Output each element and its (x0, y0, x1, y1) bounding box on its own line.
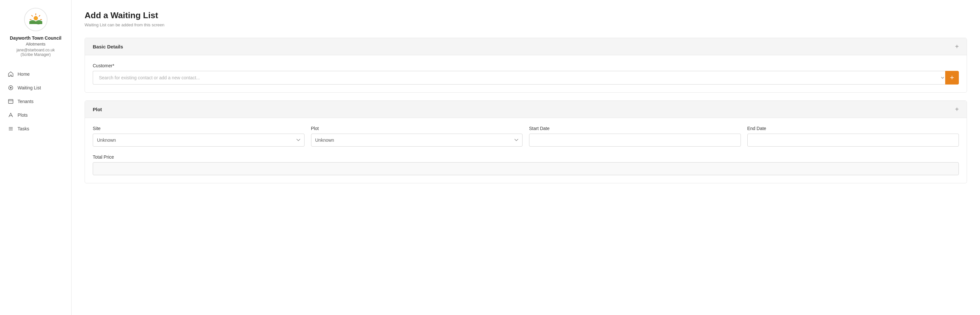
svg-point-5 (34, 16, 38, 20)
user-role: (Scribe Manager) (21, 52, 51, 57)
basic-details-header: Basic Details + (85, 38, 967, 55)
plot-label: Plot (311, 126, 523, 131)
logo-icon (27, 11, 45, 28)
customer-label: Customer* (93, 63, 959, 68)
plot-expand-button[interactable]: + (955, 106, 959, 112)
plot-grid: Site Unknown Plot Unknown Start Date End… (93, 126, 959, 147)
sidebar-item-tenants[interactable]: Tenants (0, 95, 71, 108)
sidebar-item-home-label: Home (18, 71, 30, 77)
page-subtitle: Waiting List can be added from this scre… (84, 22, 967, 27)
total-price-label: Total Price (93, 154, 959, 160)
main-content: Add a Waiting List Waiting List can be a… (72, 0, 980, 315)
circle-dot-icon (8, 85, 14, 91)
plot-body: Site Unknown Plot Unknown Start Date End… (85, 118, 967, 183)
basic-details-body: Customer* Search for existing contact or… (85, 55, 967, 92)
sidebar-nav: Home Waiting List Tenants (0, 67, 71, 136)
org-name: Dayworth Town Council (10, 35, 61, 41)
sidebar-item-waiting-list-label: Waiting List (18, 85, 41, 90)
total-price-group: Total Price (93, 154, 959, 175)
sidebar-item-tasks-label: Tasks (18, 126, 29, 131)
customer-input-row: Search for existing contact or add a new… (93, 71, 959, 84)
svg-line-4 (32, 15, 33, 16)
sidebar-item-plots-label: Plots (18, 112, 28, 118)
basic-details-expand-button[interactable]: + (955, 43, 959, 50)
basic-details-panel: Basic Details + Customer* Search for exi… (84, 38, 967, 93)
sidebar-item-plots[interactable]: Plots (0, 108, 71, 122)
plot-section-title: Plot (93, 107, 102, 112)
plot-header: Plot + (85, 101, 967, 118)
user-email: jane@starboard.co.uk (17, 48, 55, 52)
svg-point-7 (10, 87, 12, 89)
customer-add-button[interactable]: + (945, 71, 959, 84)
org-logo (24, 8, 48, 31)
site-select[interactable]: Unknown (93, 134, 305, 147)
sidebar-item-home[interactable]: Home (0, 67, 71, 81)
sidebar-item-waiting-list[interactable]: Waiting List (0, 81, 71, 95)
org-sub: Allotments (26, 42, 46, 46)
plot-group: Plot Unknown (311, 126, 523, 147)
tenants-icon (8, 98, 14, 104)
svg-line-1 (39, 15, 40, 16)
svg-rect-8 (8, 100, 13, 103)
site-group: Site Unknown (93, 126, 305, 147)
customer-search-select[interactable]: Search for existing contact or add a new… (93, 71, 945, 84)
sidebar-item-tenants-label: Tenants (18, 99, 33, 104)
plots-icon (8, 112, 14, 118)
plot-panel: Plot + Site Unknown Plot Unknown Start D… (84, 100, 967, 184)
total-price-input[interactable] (93, 162, 959, 175)
site-label: Site (93, 126, 305, 131)
home-icon (8, 71, 14, 77)
end-date-group: End Date (747, 126, 959, 147)
start-date-label: Start Date (529, 126, 741, 131)
sidebar: Dayworth Town Council Allotments jane@st… (0, 0, 72, 315)
page-title: Add a Waiting List (84, 10, 967, 21)
start-date-group: Start Date (529, 126, 741, 147)
tasks-icon (8, 126, 14, 131)
start-date-input[interactable] (529, 134, 741, 147)
end-date-label: End Date (747, 126, 959, 131)
basic-details-title: Basic Details (93, 44, 123, 49)
sidebar-item-tasks[interactable]: Tasks (0, 122, 71, 136)
end-date-input[interactable] (747, 134, 959, 147)
plot-select[interactable]: Unknown (311, 134, 523, 147)
